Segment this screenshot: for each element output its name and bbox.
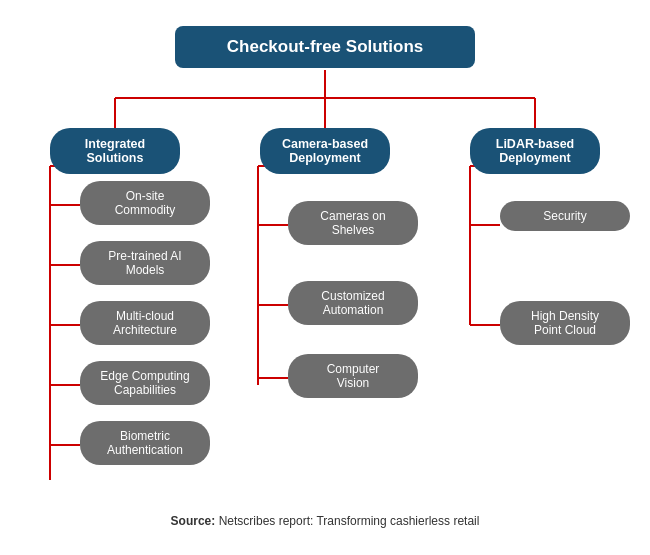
child-edge-computing: Edge ComputingCapabilities bbox=[80, 361, 210, 405]
diagram: Checkout-free Solutions IntegratedSoluti… bbox=[0, 0, 650, 555]
child-computer-vision: ComputerVision bbox=[288, 354, 418, 398]
child-cameras-shelves: Cameras onShelves bbox=[288, 201, 418, 245]
root-node: Checkout-free Solutions bbox=[175, 26, 475, 68]
source-label: Source: Netscribes report: Transforming … bbox=[10, 514, 640, 528]
child-pretrained: Pre-trained AIModels bbox=[80, 241, 210, 285]
cat-integrated: IntegratedSolutions bbox=[50, 128, 180, 174]
child-on-site: On-siteCommodity bbox=[80, 181, 210, 225]
child-security: Security bbox=[500, 201, 630, 231]
source-text: Netscribes report: Transforming cashierl… bbox=[215, 514, 479, 528]
root-label: Checkout-free Solutions bbox=[227, 37, 423, 56]
child-multicloud: Multi-cloudArchitecture bbox=[80, 301, 210, 345]
diagram-inner: Checkout-free Solutions IntegratedSoluti… bbox=[10, 18, 640, 528]
cat-integrated-label: IntegratedSolutions bbox=[85, 137, 145, 165]
cat-camera: Camera-basedDeployment bbox=[260, 128, 390, 174]
child-high-density: High DensityPoint Cloud bbox=[500, 301, 630, 345]
cat-lidar: LiDAR-basedDeployment bbox=[470, 128, 600, 174]
child-biometric: BiometricAuthentication bbox=[80, 421, 210, 465]
source-bold: Source: bbox=[171, 514, 216, 528]
child-customized-automation: CustomizedAutomation bbox=[288, 281, 418, 325]
